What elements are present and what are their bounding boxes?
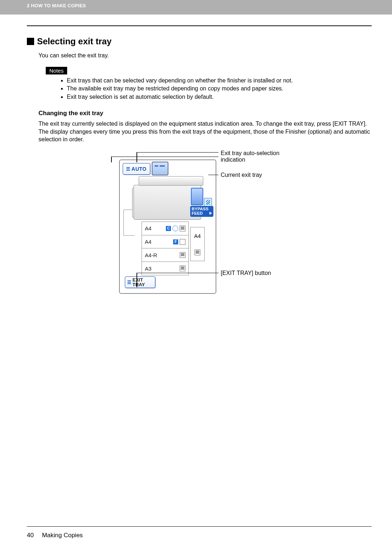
exit-tray-stack-icon (127, 280, 131, 284)
notes-list: Exit trays that can be selected vary dep… (52, 77, 372, 101)
exit-button-line1: EXIT (132, 278, 145, 282)
paper-icon (204, 198, 212, 207)
note-item: Exit trays that can be selected vary dep… (67, 77, 372, 85)
tray-label: A4 (145, 239, 151, 245)
footer-rule (27, 526, 372, 527)
note-item: Exit tray selection is set at automatic … (67, 93, 372, 101)
tray-row[interactable]: A4 C (142, 222, 189, 235)
tray-label: A4 (145, 225, 151, 231)
notes-badge: Notes (46, 67, 67, 74)
large-capacity-tray[interactable]: A4 (190, 227, 205, 261)
auto-button[interactable]: AUTO (123, 163, 150, 175)
current-exit-tray-highlight (191, 188, 203, 205)
section-title-text: Selecting exit tray (37, 36, 111, 46)
note-item: The available exit tray may be restricte… (67, 85, 372, 93)
tray-label: A4-R (145, 252, 157, 258)
paper-lines-icon (180, 226, 185, 231)
subsection-body: The exit tray currently selected is disp… (38, 120, 372, 143)
copier-illustration: BYPASS FEED (123, 178, 211, 221)
footer-title: Making Copies (42, 532, 83, 539)
exit-tray-button[interactable]: EXIT TRAY (125, 276, 155, 288)
leader-line (136, 152, 219, 153)
side-tray-label: A4 (194, 233, 201, 239)
diagram: AUTO BYPASS FEED (27, 152, 372, 308)
exit-button-line2: TRAY (132, 282, 145, 287)
paper-lines-icon (180, 266, 185, 271)
leader-line (208, 175, 219, 175)
bypass-line2: FEED (192, 211, 203, 216)
tray-row[interactable]: A4-R (142, 248, 189, 262)
leader-line (111, 157, 219, 157)
callout-auto-indication: Exit tray auto-selection indication (221, 150, 301, 163)
tray-list: A4 C A4 F (142, 222, 189, 275)
exit-tray-stack-icon (126, 167, 130, 171)
square-bullet-icon (27, 38, 34, 45)
leader-line (136, 273, 137, 287)
paper-box-icon (180, 239, 185, 245)
page-header-bar: 2 HOW TO MAKE COPIES (0, 0, 392, 15)
auto-button-label: AUTO (131, 166, 146, 172)
section-title: Selecting exit tray (27, 36, 372, 46)
leader-line (136, 152, 137, 162)
tray-label: A3 (145, 266, 151, 272)
page-footer: 40 Making Copies (27, 532, 83, 539)
tray-row[interactable]: A3 (142, 262, 189, 275)
subsection-title: Changing the exit tray (38, 110, 372, 117)
recycle-icon (172, 226, 178, 231)
f-badge-icon: F (173, 239, 178, 244)
leader-line (111, 157, 112, 162)
exit-tray-button-area: EXIT TRAY (123, 275, 158, 290)
intro-text: You can select the exit tray. (38, 52, 372, 59)
color-badge-icon: C (166, 226, 171, 231)
paper-lines-icon (195, 250, 200, 255)
display-screen-icon (152, 162, 168, 175)
page-content: Selecting exit tray You can select the e… (27, 25, 372, 515)
callout-current-exit-tray: Current exit tray (221, 172, 262, 178)
device-panel: AUTO BYPASS FEED (119, 159, 216, 294)
page-number: 40 (27, 532, 34, 539)
chapter-label: 2 HOW TO MAKE COPIES (27, 3, 86, 8)
bypass-feed-button[interactable]: BYPASS FEED (190, 206, 213, 217)
paper-lines-icon (180, 252, 185, 258)
tray-row[interactable]: A4 F (142, 235, 189, 249)
leader-line (136, 273, 219, 274)
document-feeder-icon (139, 176, 203, 186)
callout-exit-tray-button: [EXIT TRAY] button (221, 270, 271, 276)
